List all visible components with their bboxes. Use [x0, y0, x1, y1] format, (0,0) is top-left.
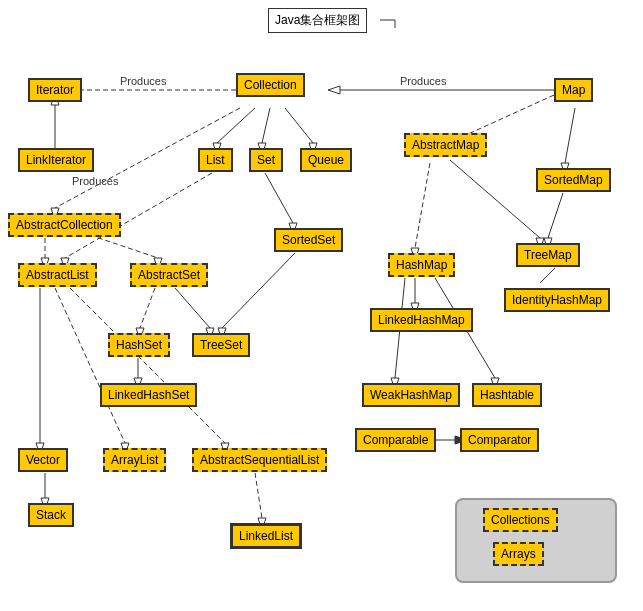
svg-line-13: [262, 108, 270, 143]
comparator-node: Comparator: [460, 428, 539, 452]
svg-line-37: [140, 288, 155, 328]
svg-line-53: [55, 288, 125, 443]
comparable-node: Comparable: [355, 428, 436, 452]
linkedhashset-node: LinkedHashSet: [100, 383, 197, 407]
svg-line-59: [255, 473, 262, 518]
svg-line-27: [265, 173, 293, 223]
title-node: Java集合框架图: [268, 8, 367, 33]
vector-node: Vector: [18, 448, 68, 472]
arraylist-node: ArrayList: [103, 448, 166, 472]
queue-node: Queue: [300, 148, 352, 172]
svg-line-17: [565, 108, 575, 163]
svg-line-11: [217, 108, 255, 143]
svg-line-23: [450, 160, 540, 238]
abstractset-node: AbstractSet: [130, 263, 208, 287]
abstractmap-node: AbstractMap: [404, 133, 487, 157]
abstractsequentiallist-node: AbstractSequentialList: [192, 448, 327, 472]
abstractlist-node: AbstractList: [18, 263, 97, 287]
svg-text:Produces: Produces: [72, 175, 119, 187]
svg-line-41: [222, 253, 295, 328]
sortedset-node: SortedSet: [274, 228, 343, 252]
svg-line-55: [70, 288, 225, 443]
svg-line-21: [415, 163, 430, 248]
svg-text:Produces: Produces: [120, 75, 167, 87]
linkedlist-node: LinkedList: [230, 523, 302, 549]
hashtable-node: Hashtable: [472, 383, 542, 407]
hashset-node: HashSet: [108, 333, 170, 357]
collection-node: Collection: [236, 73, 305, 97]
iterator-node: Iterator: [28, 78, 82, 102]
hashmap-node: HashMap: [388, 253, 455, 277]
set-node: Set: [249, 148, 283, 172]
abstractcollection-node: AbstractCollection: [8, 213, 121, 237]
svg-line-25: [548, 193, 563, 238]
stack-node: Stack: [28, 503, 74, 527]
svg-line-39: [175, 288, 210, 328]
svg-marker-6: [328, 86, 340, 94]
map-node: Map: [554, 78, 593, 102]
treemap-node: TreeMap: [516, 243, 580, 267]
identityhashmap-node: IdentityHashMap: [504, 288, 610, 312]
svg-line-15: [285, 108, 313, 143]
arrays-node: Arrays: [493, 542, 544, 566]
sortedmap-node: SortedMap: [536, 168, 611, 192]
svg-line-64: [540, 268, 555, 283]
svg-text:Produces: Produces: [400, 75, 447, 87]
list-node: List: [198, 148, 233, 172]
collections-node: Collections: [483, 508, 558, 532]
legend-box: Collections Arrays: [455, 498, 617, 583]
linkedhashmap-node: LinkedHashMap: [370, 308, 473, 332]
linkiterator-node: LinkIterator: [18, 148, 94, 172]
weakhashmap-node: WeakHashMap: [362, 383, 460, 407]
diagram-container: Produces Produces Produces: [0, 0, 643, 611]
treeset-node: TreeSet: [192, 333, 250, 357]
